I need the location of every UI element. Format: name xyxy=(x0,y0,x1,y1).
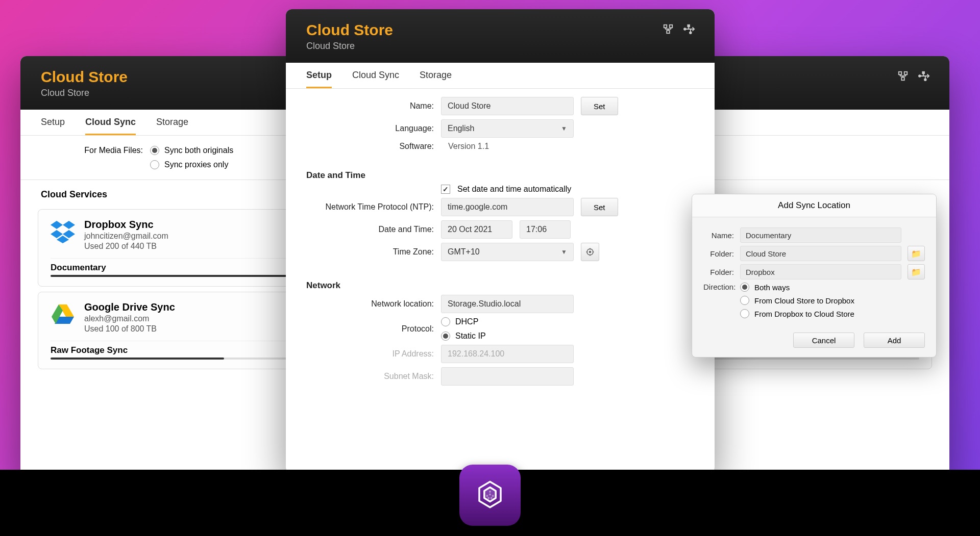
media-opt-both[interactable]: Sync both originals xyxy=(150,146,233,155)
folder-icon: 📁 xyxy=(911,267,921,277)
language-label: Language: xyxy=(306,124,434,133)
app-icon[interactable] xyxy=(459,465,521,526)
service-account: johncitizen@gmail.com xyxy=(84,232,168,241)
subnet-label: Subnet Mask: xyxy=(306,372,434,381)
add-sync-dialog: Add Sync Location Name: Documentary Fold… xyxy=(692,194,937,358)
sync-name: Documentary xyxy=(51,263,106,273)
media-opt-label: Sync both originals xyxy=(164,146,233,155)
dlg-direction-label: Direction: xyxy=(703,283,734,291)
set-ntp-button[interactable]: Set xyxy=(581,198,618,216)
direction-to-dropbox[interactable]: From Cloud Store to Dropbox xyxy=(740,296,854,305)
network-icon[interactable] xyxy=(897,70,909,82)
svg-rect-0 xyxy=(899,72,902,75)
set-name-button[interactable]: Set xyxy=(581,97,618,115)
radio-icon xyxy=(740,283,749,292)
svg-marker-13 xyxy=(51,221,63,229)
radio-icon xyxy=(441,317,450,326)
svg-point-33 xyxy=(690,32,692,34)
radio-icon xyxy=(150,146,159,155)
dlg-folder1-input[interactable]: Cloud Store xyxy=(740,246,901,261)
svg-point-43 xyxy=(486,495,488,497)
tab-setup[interactable]: Setup xyxy=(306,70,332,88)
protocol-dhcp[interactable]: DHCP xyxy=(441,317,486,326)
usb-icon[interactable] xyxy=(683,23,696,35)
radio-icon xyxy=(740,296,749,305)
dlg-folder2-label: Folder: xyxy=(703,268,734,276)
svg-rect-23 xyxy=(667,31,670,34)
locate-timezone-button[interactable] xyxy=(581,243,599,261)
ip-input[interactable]: 192.168.24.100 xyxy=(441,345,574,363)
svg-point-12 xyxy=(924,79,926,81)
media-opt-proxies[interactable]: Sync proxies only xyxy=(150,160,233,169)
software-label: Software: xyxy=(306,142,434,151)
ntp-input[interactable]: time.google.com xyxy=(441,198,574,216)
svg-rect-2 xyxy=(901,78,904,81)
svg-point-46 xyxy=(491,497,493,499)
folder-icon: 📁 xyxy=(911,249,921,259)
subnet-input[interactable] xyxy=(441,367,574,386)
tabs-row: Setup Cloud Sync Storage xyxy=(286,63,715,89)
radio-icon xyxy=(150,160,159,169)
svg-point-28 xyxy=(684,28,686,30)
svg-rect-21 xyxy=(664,25,667,28)
window-title: Cloud Store xyxy=(306,21,694,39)
direction-both[interactable]: Both ways xyxy=(740,283,854,292)
sync-name: Raw Footage Sync xyxy=(51,345,128,355)
language-select[interactable]: English▼ xyxy=(441,119,574,138)
service-title: Dropbox Sync xyxy=(84,219,168,231)
radio-icon xyxy=(441,331,450,341)
ntp-label: Network Time Protocol (NTP): xyxy=(306,202,434,212)
dlg-name-input[interactable]: Documentary xyxy=(740,227,901,243)
browse-folder2-button[interactable]: 📁 xyxy=(908,264,925,279)
usb-icon[interactable] xyxy=(918,70,931,82)
window-subtitle: Cloud Store xyxy=(306,41,694,52)
tab-storage[interactable]: Storage xyxy=(420,70,452,88)
svg-point-47 xyxy=(489,491,491,493)
svg-rect-22 xyxy=(670,25,673,28)
date-time-heading: Date and Time xyxy=(306,170,694,181)
auto-date-checkbox[interactable] xyxy=(441,185,450,194)
name-label: Name: xyxy=(306,101,434,111)
svg-point-44 xyxy=(492,495,494,497)
svg-rect-1 xyxy=(904,72,908,75)
timezone-label: Time Zone: xyxy=(306,247,434,257)
direction-to-cloudstore[interactable]: From Dropbox to Cloud Store xyxy=(740,309,854,318)
dlg-folder2-input[interactable]: Dropbox xyxy=(740,264,901,279)
dlg-name-label: Name: xyxy=(703,231,734,240)
dropbox-icon xyxy=(51,219,75,243)
software-version: Version 1.1 xyxy=(441,142,489,151)
svg-point-39 xyxy=(590,251,591,253)
service-title: Google Drive Sync xyxy=(84,301,175,313)
tab-setup[interactable]: Setup xyxy=(41,117,65,135)
svg-point-45 xyxy=(487,497,489,499)
dialog-title: Add Sync Location xyxy=(692,194,936,217)
network-heading: Network xyxy=(306,280,694,291)
timezone-select[interactable]: GMT+10▼ xyxy=(441,243,574,261)
service-account: alexh@gmail.com xyxy=(84,314,175,323)
protocol-static[interactable]: Static IP xyxy=(441,331,486,341)
protocol-label: Protocol: xyxy=(306,324,434,334)
service-usage: Used 100 of 800 TB xyxy=(84,324,175,334)
dlg-folder1-label: Folder: xyxy=(703,249,734,258)
gdrive-icon xyxy=(51,301,75,326)
tab-cloudsync[interactable]: Cloud Sync xyxy=(352,70,399,88)
svg-marker-14 xyxy=(63,221,75,229)
window-header: Cloud Store Cloud Store xyxy=(286,9,715,63)
window-setup: Cloud Store Cloud Store Setup Cloud Sync… xyxy=(286,9,715,473)
cancel-button[interactable]: Cancel xyxy=(793,333,854,348)
media-opt-label: Sync proxies only xyxy=(164,160,228,169)
time-input[interactable]: 17:06 xyxy=(520,220,571,239)
tab-cloudsync[interactable]: Cloud Sync xyxy=(85,117,136,135)
svg-rect-31 xyxy=(688,25,690,27)
service-usage: Used 200 of 440 TB xyxy=(84,242,168,251)
ip-label: IP Address: xyxy=(306,349,434,359)
date-input[interactable]: 20 Oct 2021 xyxy=(441,220,512,239)
name-input[interactable]: Cloud Store xyxy=(441,97,574,115)
netloc-input portset[interactable]: Storage.Studio.local xyxy=(441,295,574,313)
network-icon[interactable] xyxy=(663,23,674,35)
svg-rect-10 xyxy=(922,72,924,74)
tab-storage[interactable]: Storage xyxy=(156,117,188,135)
browse-folder1-button[interactable]: 📁 xyxy=(908,246,925,261)
add-button[interactable]: Add xyxy=(864,333,925,348)
media-files-label: For Media Files: xyxy=(41,146,143,169)
